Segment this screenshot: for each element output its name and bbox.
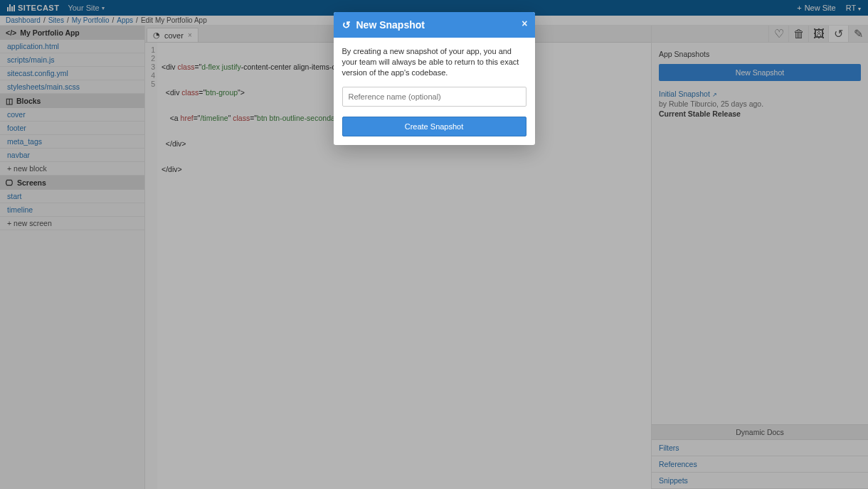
- modal-body-text: By creating a new snapshot of your app, …: [342, 46, 526, 78]
- modal-title: New Snapshot: [356, 19, 425, 31]
- new-snapshot-modal: ↺ New Snapshot × By creating a new snaps…: [334, 12, 535, 145]
- create-snapshot-button[interactable]: Create Snapshot: [342, 117, 526, 136]
- history-icon: ↺: [342, 19, 351, 31]
- reference-name-input[interactable]: [342, 87, 526, 107]
- modal-overlay[interactable]: ↺ New Snapshot × By creating a new snaps…: [0, 0, 868, 489]
- close-icon[interactable]: ×: [522, 18, 527, 29]
